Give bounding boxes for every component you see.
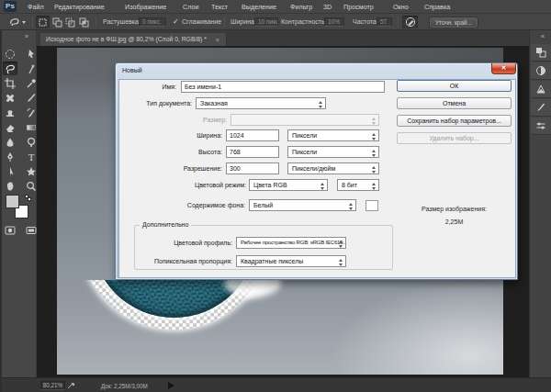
clone-source-panel-button[interactable]: [531, 118, 551, 135]
dialog-close-button[interactable]: ✕: [491, 63, 516, 74]
pixel-aspect-value: Квадратные пикселы: [241, 258, 303, 264]
tool-eraser[interactable]: [3, 120, 17, 134]
photoshop-logo-icon: Ps: [4, 1, 17, 12]
quick-mask-button[interactable]: [3, 223, 17, 237]
dodge-icon: [26, 137, 37, 148]
expand-panels-icon[interactable]: «: [541, 33, 544, 39]
magnetic-lasso-icon: [8, 17, 21, 28]
move-icon: [26, 49, 37, 60]
document-sizes: Док: 2,25M/3,00M: [101, 382, 148, 390]
photoshop-window: Ps Файл Редактирование Изображение Слои …: [0, 0, 551, 392]
color-mode-select[interactable]: Цвета RGB: [249, 179, 328, 191]
refine-edge-button[interactable]: Уточн. край...: [430, 17, 478, 28]
menu-layers[interactable]: Слои: [183, 0, 198, 14]
bit-depth-select[interactable]: 8 бит: [337, 179, 379, 191]
height-input[interactable]: 768: [226, 146, 279, 158]
new-selection-button[interactable]: [36, 16, 50, 28]
brush-icon: [26, 93, 37, 104]
name-label: Имя:: [130, 81, 176, 93]
collapse-panel-icon[interactable]: »: [25, 33, 28, 39]
intersect-selection-button[interactable]: [77, 16, 91, 28]
delete-preset-button: Удалить набор...: [397, 132, 512, 144]
menu-type[interactable]: Текст: [211, 0, 228, 14]
menu-window[interactable]: Окно: [393, 0, 409, 14]
width-input[interactable]: 10 пикс: [254, 17, 278, 27]
subtract-from-selection-button[interactable]: [63, 16, 77, 28]
add-to-selection-button[interactable]: [51, 16, 64, 28]
path-selection-icon: [5, 166, 16, 177]
resolution-unit-value: Пиксели/дюйм: [292, 165, 335, 172]
options-bar: Растушевка: 0 пикс. ✓ Сглаживание Ширина…: [0, 14, 551, 30]
feather-input[interactable]: 0 пикс.: [139, 17, 166, 27]
pixel-aspect-select[interactable]: Квадратные пикселы: [236, 255, 346, 267]
tool-hand[interactable]: [3, 179, 17, 193]
color-profile-select[interactable]: Рабочее пространство RGB: sRGB IEC619...: [236, 237, 346, 249]
cancel-button[interactable]: Отмена: [397, 97, 512, 109]
width-input[interactable]: 1024: [226, 129, 279, 141]
type-icon: T: [26, 151, 37, 162]
document-tab[interactable]: Исходное фото не в ФШ.jpg @ 80,2% (Слой …: [40, 33, 227, 46]
menu-filter[interactable]: Фильтр: [290, 0, 312, 14]
tool-pen[interactable]: [3, 150, 17, 163]
zoom-level-input[interactable]: 80,21%: [40, 381, 65, 390]
background-value: Белый: [253, 202, 273, 208]
switch-colors-icon[interactable]: [28, 197, 31, 201]
resolution-unit-select[interactable]: Пиксели/дюйм: [287, 162, 379, 174]
antialias-checkbox[interactable]: ✓: [173, 14, 179, 30]
frequency-input[interactable]: 57: [377, 17, 392, 27]
name-input[interactable]: Без имени-1: [181, 81, 385, 93]
resolution-input[interactable]: 300: [226, 162, 279, 174]
width-label: Ширина:: [231, 14, 256, 30]
tool-preset-button[interactable]: [8, 17, 27, 28]
foreground-color-swatch[interactable]: [6, 195, 19, 208]
styles-panel-button[interactable]: [531, 81, 551, 98]
tab-close-icon[interactable]: ✕: [215, 37, 221, 43]
pen-icon: [5, 151, 16, 162]
menu-help[interactable]: Справка: [424, 0, 450, 14]
tool-healing-brush[interactable]: [3, 91, 17, 105]
save-preset-button[interactable]: Сохранить набор параметров...: [397, 115, 512, 127]
menu-3d[interactable]: 3D: [323, 0, 332, 14]
healing-brush-icon: [5, 93, 16, 104]
color-panel-button[interactable]: [531, 44, 551, 62]
height-unit-value: Пиксели: [292, 149, 317, 155]
background-color-swatch-button[interactable]: [365, 200, 378, 211]
tool-elliptical-marquee[interactable]: [3, 47, 17, 61]
dialog-title: Новый: [122, 67, 142, 73]
panel-dock: «: [529, 30, 551, 377]
stepper-icon: [338, 259, 343, 266]
screen-mode-icon: [26, 225, 37, 236]
eraser-icon: [5, 122, 16, 133]
tool-clone-stamp[interactable]: [3, 106, 17, 119]
tablet-pressure-button[interactable]: [402, 16, 418, 28]
tablet-pen-icon: [405, 17, 416, 28]
tool-blur[interactable]: [3, 135, 17, 149]
menu-edit[interactable]: Редактирование: [54, 0, 105, 14]
status-bar: 80,21% Док: 2,25M/3,00M: [0, 377, 551, 392]
menu-file[interactable]: Файл: [28, 0, 44, 14]
background-select[interactable]: Белый: [249, 199, 356, 211]
height-unit-select[interactable]: Пиксели: [287, 146, 379, 158]
document-tab-title: Исходное фото не в ФШ.jpg @ 80,2% (Слой …: [46, 36, 207, 42]
separator: [224, 17, 225, 28]
doc-type-select[interactable]: Заказная: [196, 97, 326, 109]
tool-lasso[interactable]: [3, 62, 17, 75]
brush-panel-icon: [535, 102, 546, 113]
zoom-icon: [26, 181, 37, 192]
menu-image[interactable]: Изображение: [125, 0, 166, 14]
brush-panel-button[interactable]: [531, 99, 551, 117]
tools-panel: »: [0, 30, 37, 377]
tool-path-selection[interactable]: [3, 164, 17, 178]
menu-select[interactable]: Выделение: [242, 0, 276, 14]
svg-text:T: T: [28, 151, 35, 162]
status-flyout-arrow-icon[interactable]: [168, 382, 174, 389]
tool-crop[interactable]: [3, 76, 17, 90]
width-unit-select[interactable]: Пиксели: [287, 129, 379, 141]
bit-depth-value: 8 бит: [342, 182, 357, 188]
contrast-input[interactable]: 10%: [324, 17, 344, 27]
history-brush-icon: [26, 107, 37, 118]
blur-icon: [5, 137, 16, 148]
menu-view[interactable]: Просмотр: [343, 0, 374, 14]
adjustments-panel-button[interactable]: [531, 62, 551, 80]
ok-button[interactable]: ОК: [397, 80, 512, 92]
